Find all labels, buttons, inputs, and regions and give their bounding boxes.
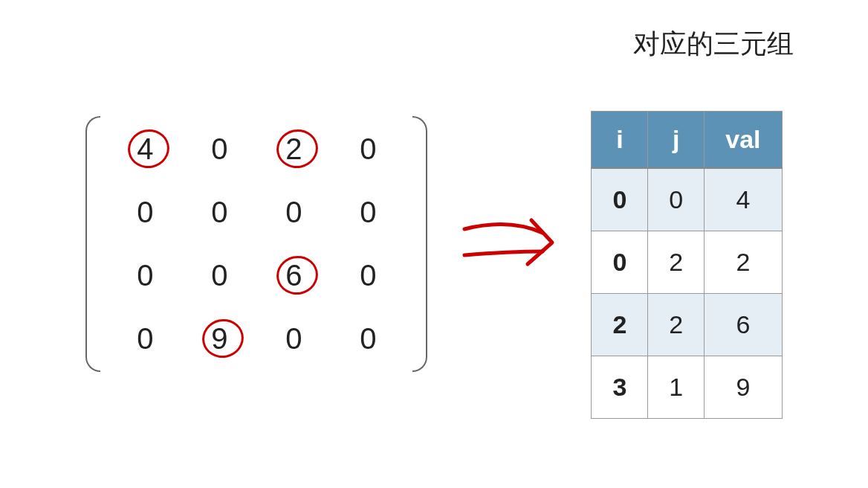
- triple-table: i j val 004022226319: [591, 111, 782, 419]
- matrix-cell: 0: [360, 196, 376, 229]
- diagram-container: 4020000000600900 i j val 004022226319: [22, 22, 846, 466]
- matrix-cell: 9: [211, 322, 227, 356]
- cell-j: 2: [648, 293, 705, 356]
- matrix-section: 4020000000600900: [85, 116, 427, 372]
- cell-j: 1: [648, 356, 705, 418]
- cell-i: 0: [592, 231, 648, 293]
- table-row: 004: [592, 168, 782, 231]
- header-val: val: [705, 111, 782, 168]
- cell-val: 2: [705, 231, 782, 293]
- cell-i: 3: [592, 356, 648, 418]
- matrix-cell: 0: [285, 196, 302, 229]
- cell-i: 2: [592, 293, 648, 356]
- cell-val: 9: [705, 356, 782, 418]
- matrix-cell: 2: [285, 132, 302, 166]
- table-row: 022: [592, 231, 782, 293]
- cell-j: 0: [648, 168, 705, 231]
- matrix-cell: 0: [360, 322, 376, 356]
- cell-i: 0: [592, 168, 648, 231]
- matrix-cell: 0: [360, 132, 376, 166]
- matrix-cell: 4: [137, 132, 153, 166]
- matrix-cell: 0: [285, 322, 302, 356]
- header-i: i: [592, 111, 648, 168]
- header-j: j: [648, 111, 705, 168]
- matrix-cell: 0: [211, 196, 227, 229]
- matrix-cell: 0: [137, 259, 153, 292]
- matrix-bracket-left: [85, 116, 100, 372]
- arrow-icon: [457, 192, 561, 296]
- table-row: 319: [592, 356, 782, 418]
- circle-mark-icon: [273, 126, 323, 173]
- circle-mark-icon: [125, 126, 174, 173]
- table-row: 226: [592, 293, 782, 356]
- matrix-bracket-right: [412, 116, 427, 372]
- triple-table-title: 对应的三元组: [633, 26, 794, 62]
- cell-j: 2: [648, 231, 705, 293]
- matrix-cell: 0: [137, 196, 153, 229]
- matrix-cell: 6: [285, 259, 302, 292]
- circle-mark-icon: [199, 315, 248, 362]
- matrix-cell: 0: [211, 259, 227, 292]
- matrix-grid: 4020000000600900: [100, 118, 412, 370]
- matrix-cell: 0: [137, 322, 153, 356]
- table-header-row: i j val: [592, 111, 782, 168]
- table-section: i j val 004022226319: [591, 70, 782, 419]
- cell-val: 6: [705, 293, 782, 356]
- matrix-cell: 0: [211, 132, 227, 166]
- matrix-cell: 0: [360, 259, 376, 292]
- cell-val: 4: [705, 168, 782, 231]
- circle-mark-icon: [273, 252, 323, 299]
